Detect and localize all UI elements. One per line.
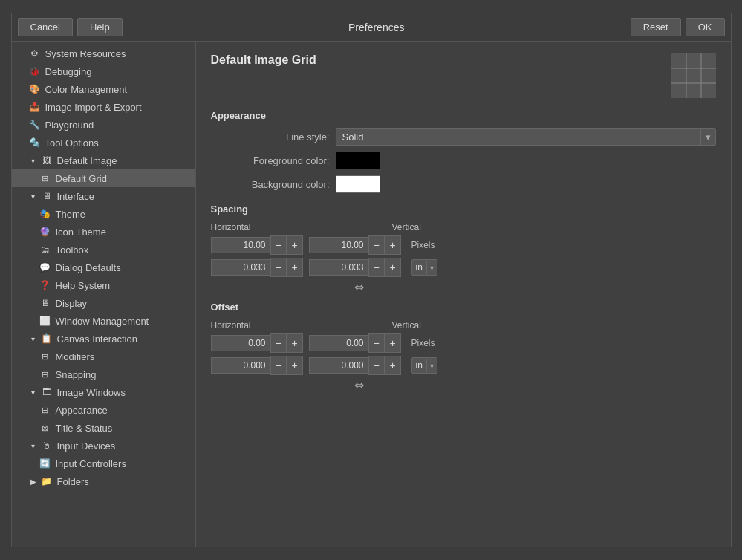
spacing-v-input2[interactable] [309, 259, 368, 276]
spacing-h-decrement1[interactable]: − [270, 235, 287, 255]
sidebar-item-help-system[interactable]: ❓ Help System [12, 276, 195, 294]
reset-button[interactable]: Reset [631, 18, 681, 36]
spacing-v-input1[interactable] [309, 237, 368, 253]
sidebar-item-image-windows[interactable]: ▾ 🗔 Image Windows [12, 383, 195, 401]
spacing-h-spinner2: − + [211, 258, 303, 277]
spacing-unit-value: in [412, 260, 426, 275]
sidebar-item-folders[interactable]: ▶ 📁 Folders [12, 472, 195, 490]
sidebar-item-toolbox[interactable]: 🗂 Toolbox [12, 241, 195, 258]
spacing-labels-row: Horizontal Vertical [211, 222, 716, 232]
expand-arrow-icon: ▾ [28, 333, 39, 344]
horizontal-label: Horizontal [211, 222, 345, 232]
spacing-row1: − + − + Pixels [211, 235, 716, 255]
interface-icon: 🖥 [40, 189, 53, 203]
spacing-h-input2[interactable] [211, 259, 270, 276]
spacing-h-decrement2[interactable]: − [270, 258, 287, 277]
spacing-v-spinner2: − + [309, 258, 401, 277]
sidebar-item-label: Toolbox [56, 244, 89, 255]
spacing-pixels-label1: Pixels [411, 240, 435, 250]
offset-v-increment2[interactable]: + [385, 356, 401, 375]
spacing-h-input1[interactable] [211, 237, 270, 253]
link-icon: ⇔ [350, 280, 368, 294]
dialog-defaults-icon: 💬 [39, 261, 52, 274]
offset-row2: − + − + in ▾ [211, 356, 716, 375]
spacing-v-spinner1: − + [309, 235, 401, 255]
offset-h-increment1[interactable]: + [287, 333, 303, 353]
sidebar-item-label: Input Controllers [56, 458, 126, 469]
spacing-h-spinner1: − + [211, 235, 303, 255]
sidebar-item-modifiers[interactable]: ⊟ Modifiers [12, 348, 195, 365]
sidebar-item-system-resources[interactable]: ⚙ System Resources [12, 45, 195, 62]
sidebar-item-label: Dialog Defaults [56, 262, 121, 273]
spacing-v-increment2[interactable]: + [385, 258, 401, 277]
sidebar-item-interface[interactable]: ▾ 🖥 Interface [12, 187, 195, 205]
sidebar-item-icon-theme[interactable]: 🔮 Icon Theme [12, 223, 195, 241]
offset-v-input2[interactable] [309, 357, 368, 374]
spacing-unit-dropdown[interactable]: in ▾ [411, 259, 437, 276]
sidebar-item-label: System Resources [45, 48, 126, 59]
spacing-h-increment1[interactable]: + [287, 235, 303, 255]
spacing-v-decrement1[interactable]: − [368, 235, 385, 255]
offset-h-increment2[interactable]: + [287, 356, 303, 375]
offset-v-decrement2[interactable]: − [368, 356, 385, 375]
line-style-value: Solid [336, 129, 700, 145]
offset-labels-row: Horizontal Vertical [211, 320, 716, 331]
sidebar-item-default-image[interactable]: ▾ 🖼 Default Image [12, 152, 195, 169]
offset-h-input1[interactable] [211, 335, 270, 351]
sidebar-item-title-status[interactable]: ⊠ Title & Status [12, 419, 195, 437]
help-button[interactable]: Help [77, 18, 123, 36]
ok-button[interactable]: OK [686, 18, 725, 36]
sidebar-item-input-controllers[interactable]: 🔄 Input Controllers [12, 455, 195, 472]
sidebar-item-playground[interactable]: 🔧 Playground [12, 116, 195, 134]
canvas-interaction-icon: 📋 [40, 332, 53, 345]
offset-v-input1[interactable] [309, 335, 368, 351]
input-controllers-icon: 🔄 [39, 457, 52, 470]
window-management-icon: ⬜ [39, 314, 52, 328]
offset-unit-dropdown[interactable]: in ▾ [411, 357, 437, 374]
spacing-v-increment1[interactable]: + [385, 235, 401, 255]
cancel-button[interactable]: Cancel [18, 18, 73, 36]
svg-rect-0 [671, 53, 716, 98]
sidebar-item-canvas-interaction[interactable]: ▾ 📋 Canvas Interaction [12, 330, 195, 348]
expand-arrow-icon: ▾ [28, 387, 39, 397]
sidebar-item-label: Canvas Interaction [57, 333, 137, 345]
main-content: Default Image Grid Appearance Line style… [196, 42, 731, 547]
sidebar-item-display[interactable]: 🖥 Display [12, 294, 195, 312]
sidebar-item-label: Color Management [45, 84, 128, 95]
offset-v-decrement1[interactable]: − [368, 333, 385, 353]
image-windows-icon: 🗔 [40, 385, 53, 399]
sidebar-item-window-management[interactable]: ⬜ Window Management [12, 312, 195, 330]
foreground-color-swatch[interactable] [336, 152, 380, 169]
offset-v-spinner1: − + [309, 333, 401, 353]
offset-h-input2[interactable] [211, 357, 270, 374]
spacing-v-decrement2[interactable]: − [368, 258, 385, 277]
appearance-icon: ⊟ [39, 403, 52, 417]
sidebar-item-tool-options[interactable]: 🔩 Tool Options [12, 134, 195, 152]
background-color-swatch[interactable] [336, 175, 380, 193]
sidebar-item-label: Icon Theme [56, 227, 106, 238]
sidebar-item-label: Snapping [56, 369, 97, 380]
offset-v-increment1[interactable]: + [385, 333, 401, 353]
sidebar-item-input-devices[interactable]: ▾ 🖱 Input Devices [12, 437, 195, 455]
spacing-section-title: Spacing [211, 204, 716, 215]
line-style-dropdown[interactable]: Solid ▾ [336, 128, 716, 146]
offset-h-decrement2[interactable]: − [270, 356, 287, 375]
sidebar-item-theme[interactable]: 🎭 Theme [12, 205, 195, 223]
sidebar-item-default-grid[interactable]: ⊞ Default Grid [12, 169, 195, 187]
sidebar-item-label: Display [56, 298, 88, 309]
sidebar-item-label: Image Windows [57, 387, 126, 398]
sidebar-item-image-import-export[interactable]: 📥 Image Import & Export [12, 98, 195, 116]
body: ⚙ System Resources 🐞 Debugging 🎨 Color M… [12, 42, 731, 547]
sidebar-item-appearance[interactable]: ⊟ Appearance [12, 401, 195, 419]
offset-link-row: ⇔ [211, 378, 508, 392]
spacing-h-increment2[interactable]: + [287, 258, 303, 277]
sidebar-item-debugging[interactable]: 🐞 Debugging [12, 62, 195, 80]
header-right: Reset OK [631, 18, 725, 36]
sidebar-item-dialog-defaults[interactable]: 💬 Dialog Defaults [12, 258, 195, 276]
line-style-label: Line style: [211, 131, 330, 143]
sidebar: ⚙ System Resources 🐞 Debugging 🎨 Color M… [12, 42, 196, 547]
color-management-icon: 🎨 [28, 82, 42, 96]
offset-h-decrement1[interactable]: − [270, 333, 287, 353]
sidebar-item-color-management[interactable]: 🎨 Color Management [12, 80, 195, 98]
sidebar-item-snapping[interactable]: ⊟ Snapping [12, 365, 195, 383]
